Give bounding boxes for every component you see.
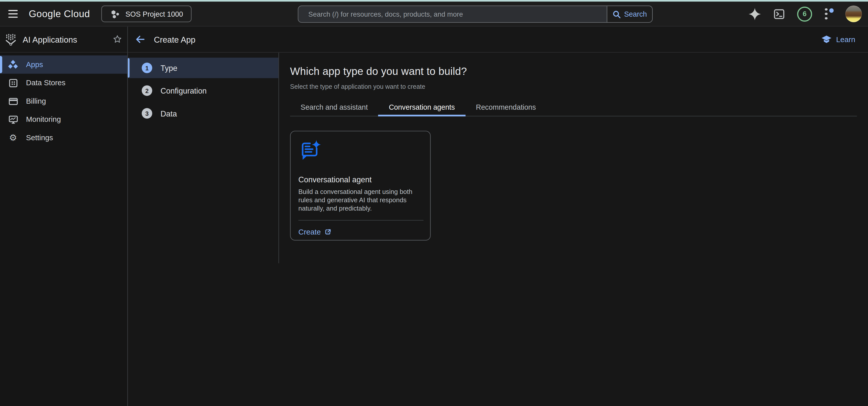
wizard-steps-panel: 1 Type 2 Configuration 3 Data [128, 53, 279, 126]
navigation-menu-button[interactable] [0, 1, 26, 26]
tab-search-and-assistant[interactable]: Search and assistant [290, 100, 378, 116]
step-data[interactable]: 3 Data [128, 103, 279, 123]
card-divider [299, 220, 424, 221]
gear-icon: ⚙ [0, 134, 26, 142]
menu-notification-dot [829, 8, 834, 12]
tab-recommendations[interactable]: Recommendations [465, 100, 547, 116]
project-hexagons-icon [109, 8, 120, 19]
notifications-count: 6 [803, 10, 807, 18]
step-type[interactable]: 1 Type [128, 58, 279, 78]
monitoring-chart-icon [0, 115, 26, 124]
product-name: AI Applications [23, 34, 77, 44]
learn-graduation-cap-icon [821, 34, 832, 45]
search-input[interactable] [299, 6, 607, 22]
global-search-bar: Search [298, 5, 653, 23]
user-avatar[interactable] [845, 5, 862, 22]
search-button-label: Search [624, 10, 647, 19]
project-selector-button[interactable]: SOS Project 1000 [101, 5, 191, 22]
sidebar-item-label: Data Stores [26, 79, 65, 87]
data-stores-grid-icon [0, 78, 26, 88]
learn-label: Learn [836, 35, 856, 44]
sidebar-item-apps[interactable]: Apps [0, 56, 127, 74]
ai-applications-product-icon [4, 33, 18, 46]
steps-divider [278, 53, 279, 263]
step-number-badge: 1 [142, 62, 152, 73]
google-cloud-console: Google Cloud SOS Project 1000 [0, 0, 868, 406]
google-cloud-logo[interactable]: Google Cloud [29, 8, 90, 20]
step-number-badge: 2 [142, 85, 152, 96]
page-header-bar: AI Applications Create App Learn [0, 27, 868, 53]
sidebar-item-label: Monitoring [26, 115, 61, 123]
apps-cubes-icon [0, 59, 26, 70]
sidebar-divider [127, 27, 128, 406]
more-options-menu[interactable] [824, 6, 834, 21]
step-configuration[interactable]: 2 Configuration [128, 81, 279, 101]
step-label: Configuration [160, 86, 207, 95]
top-utility-bar: Google Cloud SOS Project 1000 [0, 2, 868, 27]
sidebar-item-billing[interactable]: Billing [0, 92, 127, 111]
gemini-sparkle-icon[interactable] [748, 7, 761, 21]
step-label: Data [160, 109, 177, 118]
card-title: Conversational agent [299, 175, 423, 184]
learn-link[interactable]: Learn [821, 34, 855, 45]
page-title: Create App [154, 34, 195, 44]
create-label: Create [299, 228, 321, 236]
app-type-tabs: Search and assistant Conversation agents… [290, 100, 857, 116]
billing-card-icon [0, 96, 26, 106]
notifications-count-badge[interactable]: 6 [797, 6, 812, 21]
project-name-label: SOS Project 1000 [125, 9, 183, 18]
page-heading: Which app type do you want to build? [290, 65, 868, 78]
card-description: Build a conversational agent using both … [299, 188, 423, 212]
tab-conversation-agents[interactable]: Conversation agents [378, 100, 465, 116]
left-navigation: Apps Data Stores Billing [0, 53, 127, 406]
step-label: Type [160, 63, 177, 72]
favorite-star-icon[interactable] [112, 34, 122, 45]
sidebar-item-label: Settings [26, 134, 53, 142]
sidebar-item-settings[interactable]: ⚙ Settings [0, 128, 127, 147]
cloud-shell-terminal-icon[interactable] [773, 7, 786, 21]
back-arrow-button[interactable] [134, 34, 146, 45]
search-icon [613, 9, 621, 19]
create-button[interactable]: Create [299, 228, 423, 236]
main-content: Which app type do you want to build? Sel… [279, 53, 868, 406]
conversational-agent-card[interactable]: Conversational agent Build a conversatio… [290, 131, 431, 240]
product-section: AI Applications [0, 27, 127, 52]
sidebar-item-monitoring[interactable]: Monitoring [0, 110, 127, 128]
external-link-icon [324, 229, 332, 236]
step-number-badge: 3 [142, 108, 152, 119]
page-subheading: Select the type of application you want … [290, 83, 868, 90]
chat-sparkle-icon [299, 139, 423, 164]
sidebar-item-label: Apps [26, 60, 43, 69]
topbar-icon-cluster: 6 [748, 5, 868, 22]
sidebar-item-label: Billing [26, 97, 46, 106]
sidebar-item-data-stores[interactable]: Data Stores [0, 74, 127, 92]
search-button[interactable]: Search [607, 6, 652, 22]
